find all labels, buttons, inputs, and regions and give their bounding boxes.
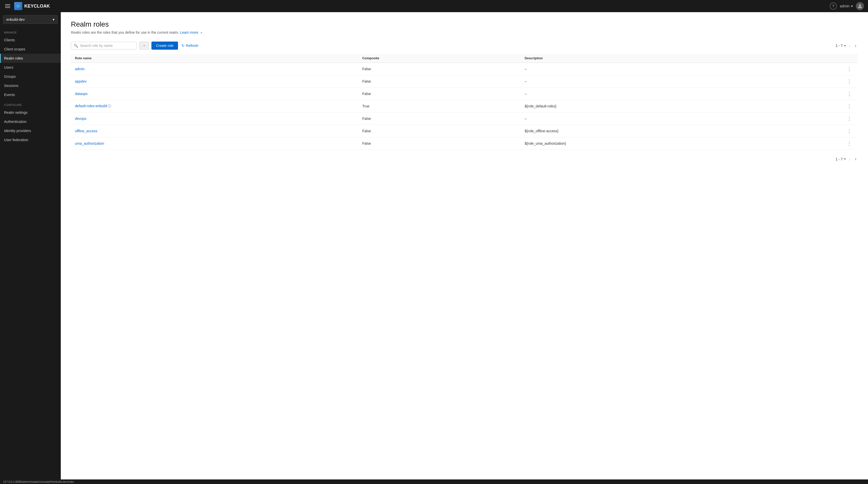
pagination-prev-button[interactable]: ‹ bbox=[847, 42, 852, 49]
table-row: offline_accessFalse${role_offline-access… bbox=[71, 125, 858, 137]
table-row: adminFalse–⋮ bbox=[71, 63, 858, 75]
sidebar-item-authentication[interactable]: Authentication bbox=[0, 117, 61, 126]
row-actions-button[interactable]: ⋮ bbox=[845, 91, 854, 97]
svg-marker-1 bbox=[17, 5, 20, 7]
role-composite: False bbox=[358, 125, 521, 137]
refresh-icon: ↻ bbox=[182, 44, 185, 48]
avatar[interactable] bbox=[856, 2, 864, 10]
chevron-down-icon: ▾ bbox=[851, 4, 853, 8]
help-icon: ? bbox=[832, 4, 834, 8]
sidebar-item-identity-providers[interactable]: Identity providers bbox=[0, 126, 61, 135]
role-composite: True bbox=[358, 100, 521, 113]
sidebar-item-realm-roles[interactable]: Realm roles bbox=[0, 54, 61, 63]
sidebar: enbuild-dev ▾ Manage Clients Client scop… bbox=[0, 12, 61, 479]
pagination-next-button[interactable]: › bbox=[853, 42, 858, 49]
row-actions-button[interactable]: ⋮ bbox=[845, 116, 854, 122]
role-name-link[interactable]: default-roles-enbuild bbox=[75, 104, 107, 108]
sidebar-item-events[interactable]: Events bbox=[0, 90, 61, 99]
info-icon: ⓘ bbox=[107, 104, 112, 108]
realm-selector[interactable]: enbuild-dev ▾ bbox=[3, 15, 58, 24]
sidebar-item-clients[interactable]: Clients bbox=[0, 35, 61, 45]
status-url: 127.0.0.1:8080/admin/master/console/#/en… bbox=[3, 480, 74, 483]
hamburger-button[interactable] bbox=[4, 3, 11, 9]
learn-more-link[interactable]: Learn more ↗ bbox=[180, 30, 202, 34]
svg-point-2 bbox=[859, 4, 861, 6]
role-name-link[interactable]: appdev bbox=[75, 79, 87, 83]
role-description: – bbox=[521, 88, 841, 100]
toolbar: 🔍 → Create role ↻ Refresh 1 - 7 ▾ ‹ › bbox=[71, 41, 858, 50]
user-label: admin bbox=[840, 4, 849, 8]
row-actions-button[interactable]: ⋮ bbox=[845, 66, 854, 72]
sidebar-item-users[interactable]: Users bbox=[0, 63, 61, 72]
bottom-pagination-range: 1 - 7 bbox=[836, 157, 843, 161]
role-composite: False bbox=[358, 63, 521, 75]
bottom-pagination-next-button[interactable]: › bbox=[853, 156, 858, 162]
refresh-button[interactable]: ↻ Refresh bbox=[181, 42, 199, 49]
user-menu[interactable]: admin ▾ bbox=[840, 4, 853, 8]
table-row: dataopsFalse–⋮ bbox=[71, 88, 858, 100]
role-description: ${role_default-roles} bbox=[521, 100, 841, 113]
role-composite: False bbox=[358, 88, 521, 100]
role-composite: False bbox=[358, 113, 521, 125]
realm-selector-label: enbuild-dev bbox=[6, 18, 25, 22]
row-actions-button[interactable]: ⋮ bbox=[845, 140, 854, 146]
table-row: default-roles-enbuild ⓘTrue${role_defaul… bbox=[71, 100, 858, 113]
col-header-role-name: Role name bbox=[71, 54, 358, 63]
role-composite: False bbox=[358, 75, 521, 88]
create-role-button[interactable]: Create role bbox=[151, 41, 178, 50]
help-button[interactable]: ? bbox=[830, 3, 837, 10]
role-description: – bbox=[521, 113, 841, 125]
page-title: Realm roles bbox=[71, 20, 858, 28]
external-link-icon: ↗ bbox=[200, 31, 202, 34]
role-name-link[interactable]: offline_access bbox=[75, 129, 97, 133]
table-row: uma_authorizationFalse${role_uma_authori… bbox=[71, 137, 858, 150]
col-header-description: Description bbox=[521, 54, 841, 63]
bottom-chevron-down-icon: ▾ bbox=[844, 158, 846, 161]
logo-text: KEYCLOAK bbox=[24, 4, 50, 9]
chevron-down-icon: ▾ bbox=[53, 18, 55, 22]
page-subtitle: Realm roles are the roles that you defin… bbox=[71, 30, 858, 34]
app-logo: KEYCLOAK bbox=[14, 2, 50, 10]
table-row: devopsFalse–⋮ bbox=[71, 113, 858, 125]
sidebar-item-user-federation[interactable]: User federation bbox=[0, 135, 61, 144]
role-name-link[interactable]: uma_authorization bbox=[75, 141, 104, 145]
row-actions-button[interactable]: ⋮ bbox=[845, 78, 854, 84]
pagination-info: 1 - 7 ▾ ‹ › bbox=[836, 42, 858, 49]
chevron-down-icon: ▾ bbox=[844, 44, 846, 47]
logo-icon bbox=[14, 2, 22, 10]
manage-section-label: Manage bbox=[0, 27, 61, 35]
statusbar: 127.0.0.1:8080/admin/master/console/#/en… bbox=[0, 479, 868, 484]
table-row: appdevFalse–⋮ bbox=[71, 75, 858, 88]
role-description: ${role_offline-access} bbox=[521, 125, 841, 137]
search-wrapper: 🔍 bbox=[71, 42, 137, 50]
sidebar-item-client-scopes[interactable]: Client scopes bbox=[0, 45, 61, 54]
sidebar-item-realm-settings[interactable]: Realm settings bbox=[0, 108, 61, 117]
search-icon: 🔍 bbox=[74, 44, 78, 48]
bottom-pagination-prev-button[interactable]: ‹ bbox=[847, 156, 852, 162]
sidebar-item-groups[interactable]: Groups bbox=[0, 72, 61, 81]
topnav: KEYCLOAK ? admin ▾ bbox=[0, 0, 868, 12]
role-description: ${role_uma_authorization} bbox=[521, 137, 841, 150]
role-description: – bbox=[521, 75, 841, 88]
pagination-range: 1 - 7 bbox=[836, 44, 843, 48]
sidebar-item-sessions[interactable]: Sessions bbox=[0, 81, 61, 90]
bottom-pagination: 1 - 7 ▾ ‹ › bbox=[71, 156, 858, 162]
search-submit-button[interactable]: → bbox=[139, 41, 149, 50]
subtitle-text: Realm roles are the roles that you defin… bbox=[71, 30, 179, 34]
roles-table: Role name Composite Description adminFal… bbox=[71, 54, 858, 150]
role-composite: False bbox=[358, 137, 521, 150]
role-name-link[interactable]: dataops bbox=[75, 92, 88, 96]
row-actions-button[interactable]: ⋮ bbox=[845, 128, 854, 134]
main-content: Realm roles Realm roles are the roles th… bbox=[61, 12, 868, 479]
configure-section-label: Configure bbox=[0, 99, 61, 108]
row-actions-button[interactable]: ⋮ bbox=[845, 103, 854, 109]
search-input[interactable] bbox=[80, 44, 131, 48]
col-header-composite: Composite bbox=[358, 54, 521, 63]
role-name-link[interactable]: admin bbox=[75, 67, 85, 71]
role-description: – bbox=[521, 63, 841, 75]
role-name-link[interactable]: devops bbox=[75, 117, 86, 121]
